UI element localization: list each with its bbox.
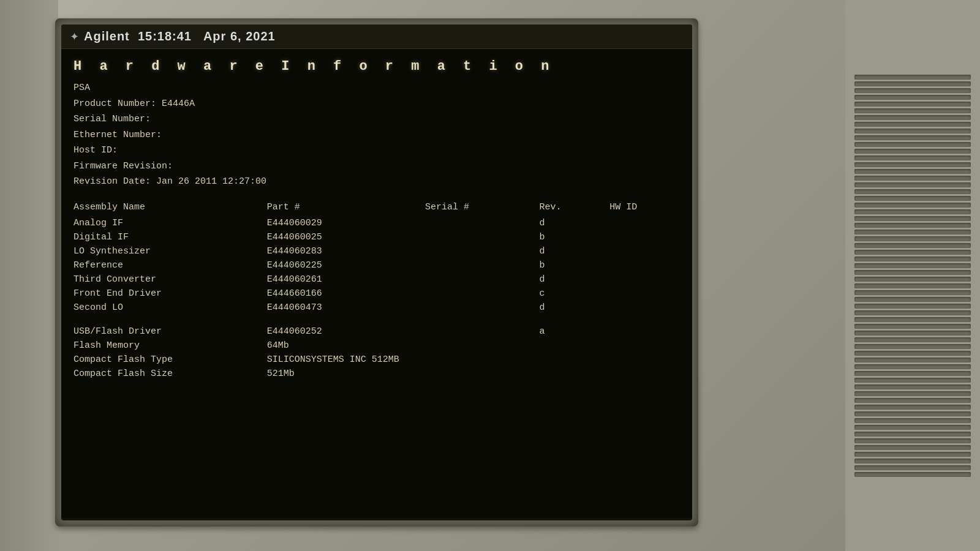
vent-slot [854, 75, 971, 80]
cell-name: USB/Flash Driver [74, 324, 267, 339]
table-row: Reference E444060225 b [74, 258, 680, 272]
vent-slot [854, 445, 971, 450]
vent-slot [854, 331, 971, 335]
vent-slot [854, 465, 971, 470]
cell-rev [539, 367, 609, 381]
vent-slot [854, 108, 971, 113]
hw-info-title: H a r d w a r e I n f o r m a t i o n [74, 59, 680, 74]
vent-slot [854, 418, 971, 423]
col-header-serial: Serial # [425, 201, 540, 216]
col-header-hwid: HW ID [609, 201, 680, 216]
vent-slot [854, 297, 971, 302]
vent-slot [854, 263, 971, 268]
header-bar: ✦ Agilent 15:18:41 Apr 6, 2021 [61, 24, 692, 49]
cell-name: LO Synthesizer [74, 244, 267, 258]
extra-table-body: USB/Flash Driver E444060252 a Flash Memo… [74, 324, 680, 381]
vent-slot [854, 371, 971, 376]
cell-serial [425, 258, 540, 272]
vent-slot [854, 364, 971, 369]
vent-slot [854, 358, 971, 362]
vent-slot [854, 223, 971, 228]
cell-rev: a [539, 324, 609, 339]
vent-slot [854, 452, 971, 457]
vent-slot [854, 209, 971, 214]
vent-slot [854, 129, 971, 133]
cell-hwid [609, 287, 680, 301]
cell-part: E444060261 [267, 272, 425, 287]
cell-hwid [609, 244, 680, 258]
cell-part: SILICONSYSTEMS INC 512MB [267, 353, 425, 367]
table-row: Flash Memory 64Mb [74, 339, 680, 353]
cell-hwid [609, 367, 680, 381]
cell-serial [425, 216, 540, 230]
cell-serial [425, 244, 540, 258]
cell-hwid [609, 258, 680, 272]
vent-slot [854, 250, 971, 255]
vent-slot [854, 405, 971, 410]
vent-slot [854, 203, 971, 208]
vent-slot [854, 438, 971, 443]
vent-slot [854, 277, 971, 282]
cell-serial [425, 367, 540, 381]
header-title: Agilent 15:18:41 Apr 6, 2021 [84, 29, 276, 43]
vent-slot [854, 351, 971, 356]
cell-rev: b [539, 258, 609, 272]
vent-slot [854, 337, 971, 342]
extra-hardware-table: USB/Flash Driver E444060252 a Flash Memo… [74, 324, 680, 381]
main-table-body: Analog IF E444060029 d Digital IF E44406… [74, 216, 680, 315]
vent-slot [854, 142, 971, 147]
cell-hwid [609, 324, 680, 339]
vent-slot [854, 182, 971, 187]
table-row: Digital IF E444060025 b [74, 230, 680, 244]
table-row: USB/Flash Driver E444060252 a [74, 324, 680, 339]
cell-part: E444060029 [267, 216, 425, 230]
cell-serial [425, 230, 540, 244]
vent-slot [854, 189, 971, 194]
vent-slot [854, 122, 971, 127]
serial-number-line: Serial Number: [74, 111, 680, 127]
vent-slot [854, 149, 971, 154]
vent-slot [854, 270, 971, 275]
vent-slot [854, 324, 971, 329]
vent-slot [854, 378, 971, 383]
vent-slot [854, 283, 971, 288]
cell-name: Flash Memory [74, 339, 267, 353]
cell-serial [425, 287, 540, 301]
cell-hwid [609, 216, 680, 230]
cell-serial [425, 324, 540, 339]
cell-part: E444060025 [267, 230, 425, 244]
cell-rev: c [539, 287, 609, 301]
table-row: Compact Flash Type SILICONSYSTEMS INC 51… [74, 353, 680, 367]
cell-part: E444660166 [267, 287, 425, 301]
vent-slot [854, 257, 971, 261]
vent-slot [854, 432, 971, 437]
cell-rev: d [539, 244, 609, 258]
vent-slot [854, 391, 971, 396]
cell-name: Analog IF [74, 216, 267, 230]
cell-hwid [609, 353, 680, 367]
cell-serial [425, 301, 540, 315]
cell-rev: d [539, 301, 609, 315]
vent-slot [854, 344, 971, 349]
vent-slot [854, 88, 971, 93]
vent-slot [854, 459, 971, 463]
screen-content: H a r d w a r e I n f o r m a t i o n PS… [61, 49, 692, 518]
firmware-line: Firmware Revision: [74, 159, 680, 174]
cell-rev [539, 353, 609, 367]
vent-slot [854, 304, 971, 309]
vent-slot [854, 135, 971, 140]
table-row: Second LO E444060473 d [74, 301, 680, 315]
section-divider [74, 315, 680, 324]
cell-part: E444060473 [267, 301, 425, 315]
cell-hwid [609, 230, 680, 244]
table-row: Compact Flash Size 521Mb [74, 367, 680, 381]
right-vents [845, 0, 980, 551]
vent-slot [854, 95, 971, 100]
product-number-line: Product Number: E4446A [74, 96, 680, 112]
vent-slot [854, 290, 971, 295]
table-row: Front End Driver E444660166 c [74, 287, 680, 301]
vent-slot [854, 216, 971, 221]
vent-slot [854, 236, 971, 241]
vent-slot [854, 243, 971, 248]
cell-name: Digital IF [74, 230, 267, 244]
